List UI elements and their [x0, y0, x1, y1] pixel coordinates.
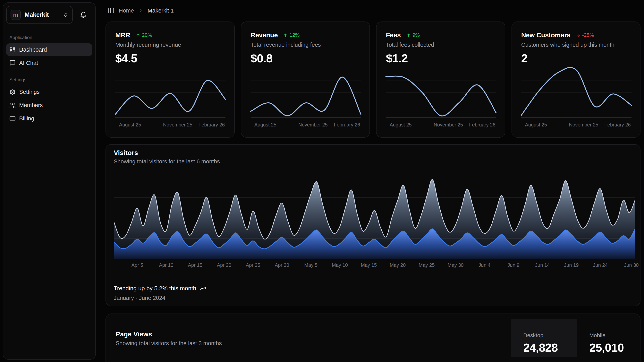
x-tick: Jun 14	[535, 262, 550, 268]
stats-row: MRR 20% Monthly recurring revenue $4.5 A…	[106, 22, 640, 138]
x-tick: Jun 24	[593, 262, 608, 268]
sidebar-header: m Makerkit	[3, 3, 95, 27]
stat-delta-badge: -25%	[576, 32, 594, 38]
x-tick: February 26	[604, 122, 631, 128]
stat-delta-value: 9%	[412, 32, 420, 38]
x-tick: August 25	[390, 122, 412, 128]
sidebar-item-ai-chat[interactable]: AI Chat	[6, 57, 92, 69]
visitors-footer: Trending up by 5.2% this month January -…	[106, 279, 640, 306]
stat-title: Revenue	[251, 31, 278, 39]
sidebar-item-label: Settings	[19, 89, 40, 95]
stat-title-row: New Customers -25%	[521, 31, 631, 39]
credit-card-icon	[10, 115, 16, 122]
stat-title: MRR	[115, 31, 130, 39]
stat-value: $1.2	[386, 52, 496, 65]
sparkline-chart	[386, 68, 496, 118]
stat-delta-badge: 20%	[136, 32, 152, 38]
page-views-card: Page Views Showing total visitors for th…	[106, 313, 640, 362]
stat-description: Monthly recurring revenue	[115, 42, 225, 48]
x-tick: May 25	[419, 262, 435, 268]
sidebar-nav: Application Dashboard AI Chat Settings S…	[3, 35, 95, 125]
x-tick: August 25	[254, 122, 276, 128]
team-name: Makerkit	[24, 11, 59, 18]
sidebar-item-dashboard[interactable]: Dashboard	[6, 43, 92, 56]
visitors-trend-text: Trending up by 5.2% this month	[114, 285, 196, 292]
breadcrumb-current: Makerkit 1	[148, 8, 174, 14]
stat-delta-value: 12%	[289, 32, 300, 38]
message-square-icon	[10, 60, 16, 66]
stat-value: $4.5	[115, 52, 225, 65]
page-views-title: Page Views	[116, 330, 152, 338]
x-tick: August 25	[525, 122, 547, 128]
stat-title-row: Fees 9%	[386, 31, 496, 39]
sidebar-item-members[interactable]: Members	[6, 99, 92, 111]
sidebar-item-label: AI Chat	[19, 60, 38, 66]
stat-card-new-customers: New Customers -25% Customers who signed …	[512, 22, 641, 138]
stat-delta-badge: 9%	[406, 32, 420, 38]
sidebar-item-label: Dashboard	[19, 47, 47, 53]
stat-delta-value: 20%	[142, 32, 152, 38]
x-tick: May 30	[448, 262, 464, 268]
team-selector[interactable]: m Makerkit	[6, 6, 73, 24]
stat-card-revenue: Revenue 12% Total revenue including fees…	[241, 22, 370, 138]
stat-description: Total fees collected	[386, 42, 496, 48]
stat-title: Fees	[386, 31, 401, 39]
page-views-toggle-desktop[interactable]: Desktop 24,828	[511, 319, 577, 357]
x-tick: February 26	[469, 122, 496, 128]
nav-section-label-application: Application	[3, 35, 95, 40]
stat-title-row: Revenue 12%	[251, 31, 360, 39]
toggle-value: 25,010	[589, 341, 643, 354]
stat-title: New Customers	[521, 31, 570, 39]
stat-delta-value: -25%	[582, 32, 594, 38]
notifications-button[interactable]	[74, 6, 92, 24]
x-tick: May 10	[332, 262, 348, 268]
stat-value: $0.8	[251, 52, 360, 65]
visitors-x-axis: Apr 5Apr 10Apr 15Apr 20Apr 25Apr 30May 5…	[114, 262, 635, 269]
x-tick: Apr 5	[132, 262, 143, 268]
sidebar-toggle-button[interactable]	[108, 7, 114, 14]
visitors-card: Visitors Showing total visitors for the …	[106, 144, 640, 306]
sidebar: m Makerkit Application Dashboard AI Chat…	[3, 2, 96, 360]
x-tick: May 5	[304, 262, 318, 268]
stat-description: Total revenue including fees	[251, 42, 360, 48]
page-views-toggle-mobile[interactable]: Mobile 25,010	[577, 319, 643, 357]
nav-section-label-settings: Settings	[3, 77, 95, 83]
x-tick: Jun 19	[564, 262, 579, 268]
x-tick: Apr 30	[275, 262, 289, 268]
x-tick: Apr 20	[217, 262, 231, 268]
visitors-trend-line: Trending up by 5.2% this month	[114, 285, 632, 292]
x-tick: November 25	[569, 122, 598, 128]
x-tick: Apr 15	[188, 262, 202, 268]
breadcrumb-home-link[interactable]: Home	[119, 8, 134, 14]
panel-left-icon	[108, 7, 114, 14]
arrow-up-icon	[406, 33, 411, 38]
stat-card-fees: Fees 9% Total fees collected $1.2 August…	[376, 22, 505, 138]
visitors-area-chart	[114, 177, 635, 259]
sparkline-x-ticks: August 25 November 25 February 26	[386, 122, 496, 128]
x-tick: August 25	[119, 122, 141, 128]
users-icon	[10, 102, 16, 108]
page-views-description: Showing total visitors for the last 3 mo…	[116, 340, 222, 346]
visitors-title: Visitors	[114, 149, 138, 157]
makerkit-logo: m	[10, 10, 21, 20]
makerkit-logo-letter: m	[13, 12, 18, 18]
toggle-label: Desktop	[523, 332, 577, 338]
x-tick: May 20	[390, 262, 406, 268]
x-tick: November 25	[298, 122, 328, 128]
x-tick: Apr 10	[159, 262, 174, 268]
stat-value: 2	[521, 52, 631, 65]
x-tick: November 25	[434, 122, 463, 128]
toggle-value: 24,828	[523, 341, 577, 354]
x-tick: November 25	[163, 122, 192, 128]
dashboard-page: m Makerkit Application Dashboard AI Chat…	[0, 0, 644, 362]
arrow-down-icon	[576, 33, 580, 38]
sidebar-item-label: Billing	[19, 115, 34, 122]
sidebar-item-billing[interactable]: Billing	[6, 112, 92, 125]
x-tick: May 15	[361, 262, 377, 268]
stat-delta-badge: 12%	[283, 32, 300, 38]
chevron-right-icon	[138, 8, 143, 13]
sparkline-chart	[115, 68, 226, 118]
main-content: Home Makerkit 1 MRR 20% Monthly recurrin…	[106, 0, 640, 362]
stat-card-mrr: MRR 20% Monthly recurring revenue $4.5 A…	[106, 22, 235, 138]
sidebar-item-settings[interactable]: Settings	[6, 86, 92, 98]
